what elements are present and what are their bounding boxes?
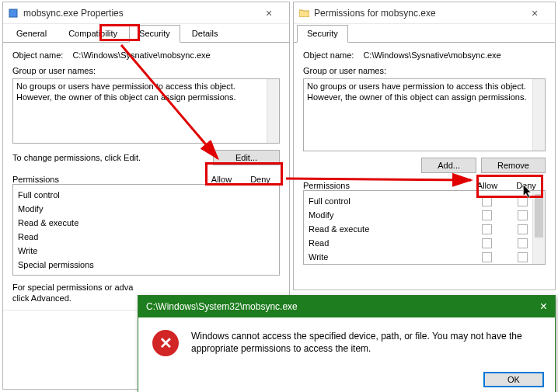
tabs: General Compatibility Security Details: [3, 24, 289, 43]
error-icon: ✕: [152, 330, 179, 356]
deny-checkbox[interactable]: [518, 238, 528, 248]
footer-text2: click Advanced.: [12, 293, 71, 303]
deny-checkbox[interactable]: [518, 224, 528, 234]
perm-row: Full control: [18, 188, 274, 202]
allow-checkbox[interactable]: [482, 210, 492, 220]
object-path: C:\Windows\Sysnative\mobsync.exe: [72, 50, 210, 60]
perm-row: Modify: [309, 208, 540, 222]
permissions-header: Permissions: [303, 181, 468, 190]
permissions-list: Full control Modify Read & execute Read …: [303, 190, 546, 265]
deny-checkbox[interactable]: [518, 196, 528, 206]
listbox-scrollbar[interactable]: [267, 79, 279, 143]
listbox-text1: No groups or users have permission to ac…: [307, 81, 542, 92]
object-path: C:\Windows\Sysnative\mobsync.exe: [363, 50, 500, 60]
listbox-text2: However, the owner of this object can as…: [16, 92, 276, 102]
edit-hint: To change permissions, click Edit.: [12, 153, 141, 162]
deny-header: Deny: [241, 175, 280, 184]
error-ok-button[interactable]: OK: [483, 372, 544, 387]
close-icon[interactable]: ×: [519, 7, 550, 19]
app-icon: [8, 8, 19, 19]
group-label: Group or user names:: [303, 66, 546, 75]
tab-general[interactable]: General: [6, 25, 57, 43]
window-title: mobsync.exe Properties: [23, 8, 253, 19]
perm-row: Read & execute: [18, 216, 274, 230]
perm-row: Read & execute: [309, 222, 540, 236]
perm-scrollbar[interactable]: [532, 191, 545, 264]
footer-text1: For special permissions or adva: [12, 283, 133, 292]
tab-security[interactable]: Security: [129, 25, 180, 43]
group-label: Group or user names:: [12, 66, 280, 75]
error-titlebar: C:\Windows\System32\mobsync.exe ×: [138, 296, 555, 317]
object-name-label: Object name:: [12, 50, 63, 60]
error-title: C:\Windows\System32\mobsync.exe: [146, 301, 524, 312]
object-name-label: Object name:: [303, 50, 354, 60]
allow-checkbox[interactable]: [482, 224, 492, 234]
titlebar-left: mobsync.exe Properties ×: [3, 2, 289, 24]
allow-header: Allow: [202, 175, 241, 184]
group-listbox[interactable]: No groups or users have permission to ac…: [303, 78, 546, 151]
add-button[interactable]: Add...: [421, 158, 476, 173]
tab-compatibility[interactable]: Compatibility: [58, 25, 127, 43]
tab-security[interactable]: Security: [297, 25, 348, 43]
svg-rect-0: [9, 9, 17, 17]
deny-checkbox[interactable]: [518, 252, 528, 262]
deny-header: Deny: [507, 181, 546, 190]
deny-checkbox[interactable]: [518, 210, 528, 220]
group-listbox[interactable]: No groups or users have permission to ac…: [12, 78, 280, 144]
listbox-scrollbar[interactable]: [532, 79, 545, 151]
tab-details[interactable]: Details: [182, 25, 228, 43]
remove-button[interactable]: Remove: [481, 158, 546, 173]
perm-row: Read: [18, 230, 274, 244]
titlebar-right: Permissions for mobsync.exe ×: [294, 2, 555, 24]
allow-checkbox[interactable]: [482, 196, 492, 206]
perm-row: Full control: [309, 194, 540, 208]
allow-checkbox[interactable]: [482, 252, 492, 262]
perm-row: Write: [18, 244, 274, 258]
permissions-window: Permissions for mobsync.exe × Security O…: [293, 2, 556, 290]
listbox-text1: No groups or users have permission to ac…: [16, 81, 276, 92]
security-panel-left: Object name: C:\Windows\Sysnative\mobsyn…: [3, 43, 289, 310]
window-title: Permissions for mobsync.exe: [314, 8, 519, 19]
perm-row: Special permissions: [18, 258, 274, 272]
perm-row: Modify: [18, 202, 274, 216]
listbox-text2: However, the owner of this object can as…: [307, 92, 542, 102]
error-dialog: C:\Windows\System32\mobsync.exe × ✕ Wind…: [138, 295, 556, 392]
security-panel-right: Object name: C:\Windows\Sysnative\mobsyn…: [294, 43, 555, 271]
permissions-header: Permissions: [12, 175, 202, 184]
permissions-list: Full control Modify Read & execute Read …: [12, 184, 280, 276]
close-icon[interactable]: ×: [253, 7, 284, 19]
perm-row: Write: [309, 250, 540, 264]
allow-header: Allow: [468, 181, 507, 190]
error-message: Windows cannot access the specified devi…: [191, 330, 533, 355]
perm-row: Read: [309, 236, 540, 250]
folder-icon: [298, 8, 309, 19]
close-icon[interactable]: ×: [524, 300, 547, 314]
allow-checkbox[interactable]: [482, 238, 492, 248]
edit-button[interactable]: Edit...: [213, 150, 280, 165]
